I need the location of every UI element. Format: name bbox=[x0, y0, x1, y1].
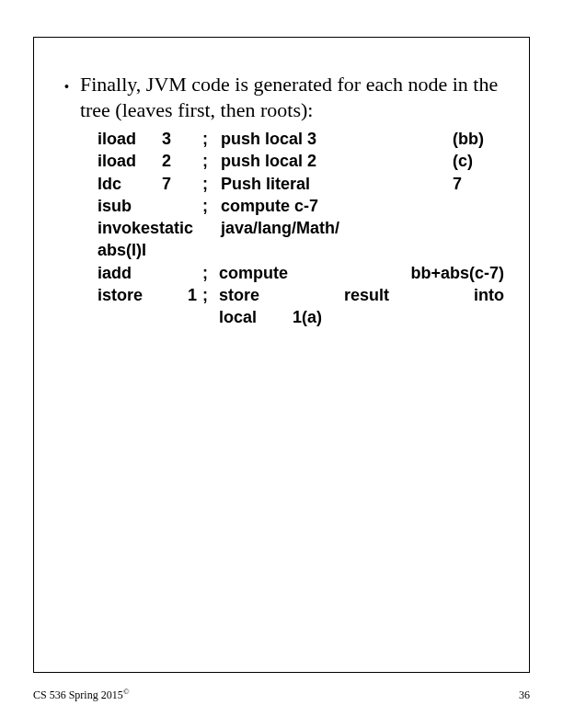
code-line: ldc 7 ; Push literal 7 bbox=[98, 173, 508, 195]
code-line: invokestatic java/lang/Math/ bbox=[98, 217, 508, 239]
comment: compute bb+abs(c-7) bbox=[219, 262, 508, 284]
arg: 1 bbox=[162, 284, 202, 306]
arg: 2 bbox=[162, 150, 202, 172]
bullet-item: • Finally, JVM code is generated for eac… bbox=[64, 72, 508, 122]
page-number: 36 bbox=[519, 688, 530, 702]
semicolon: ; bbox=[202, 128, 221, 150]
semicolon: ; bbox=[202, 284, 219, 306]
opcode: istore bbox=[98, 284, 162, 306]
semicolon: ; bbox=[202, 262, 219, 284]
arg: 3 bbox=[162, 128, 202, 150]
arg: 7 bbox=[162, 173, 202, 195]
code-line: iload 3 ; push local 3 (bb) bbox=[98, 128, 508, 150]
opcode: isub bbox=[98, 195, 162, 217]
comment: java/lang/Math/ bbox=[221, 217, 339, 239]
code-block: iload 3 ; push local 3 (bb) iload 2 ; pu… bbox=[98, 128, 508, 329]
comment: local 1(a) bbox=[219, 306, 508, 328]
code-line: istore 1 ; store result into bbox=[98, 284, 508, 306]
opcode: iload bbox=[98, 150, 162, 172]
arg bbox=[162, 195, 202, 217]
bullet-dot: • bbox=[64, 79, 69, 94]
semicolon: ; bbox=[202, 173, 221, 195]
code-line: iload 2 ; push local 2 (c) bbox=[98, 150, 508, 172]
comment: compute c-7 bbox=[221, 195, 508, 217]
footer-course: CS 536 Spring 2015© bbox=[33, 687, 130, 702]
code-line: abs(I)I bbox=[98, 239, 508, 261]
semicolon: ; bbox=[202, 150, 221, 172]
code-line: isub ; compute c-7 bbox=[98, 195, 508, 217]
opcode: iadd bbox=[98, 262, 202, 284]
slide-content: • Finally, JVM code is generated for eac… bbox=[64, 72, 508, 329]
comment: push local 2 (c) bbox=[221, 150, 508, 172]
code-line: iadd ; compute bb+abs(c-7) bbox=[98, 262, 508, 284]
opcode: invokestatic bbox=[98, 217, 193, 239]
code-line: local 1(a) bbox=[98, 306, 508, 328]
opcode: ldc bbox=[98, 173, 162, 195]
comment: Push literal 7 bbox=[221, 173, 508, 195]
copyright-icon: © bbox=[123, 687, 130, 696]
bullet-text: Finally, JVM code is generated for each … bbox=[80, 72, 508, 122]
comment: store result into bbox=[219, 284, 508, 306]
semicolon: ; bbox=[202, 195, 221, 217]
comment: push local 3 (bb) bbox=[221, 128, 508, 150]
opcode: iload bbox=[98, 128, 162, 150]
